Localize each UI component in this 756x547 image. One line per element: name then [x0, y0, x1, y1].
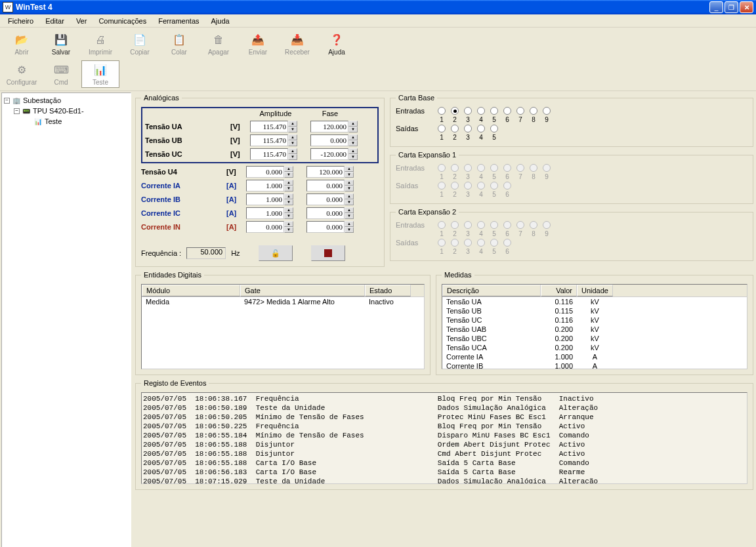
event-line[interactable]: 2005/07/05 18:06:55.188 Carta I/O Base S… — [143, 458, 746, 468]
saida-radio-3[interactable] — [464, 125, 472, 132]
spin-down-icon[interactable]: ▼ — [345, 172, 354, 178]
fase-input-1[interactable] — [310, 134, 348, 146]
maximize-button[interactable]: ❐ — [724, 1, 738, 13]
event-line[interactable]: 2005/07/05 18:06:50.225 Frequência Bloq … — [143, 422, 746, 431]
collapse-icon[interactable]: − — [14, 108, 20, 114]
minimize-button[interactable]: _ — [709, 1, 723, 13]
menu-ferramentas[interactable]: Ferramentas — [153, 16, 204, 26]
tree-test[interactable]: 📊 Teste — [4, 116, 129, 127]
spin-down-icon[interactable]: ▼ — [288, 140, 297, 146]
spin-down-icon[interactable]: ▼ — [284, 199, 293, 205]
entrada-radio-8[interactable] — [530, 107, 537, 115]
tree-device[interactable]: − 📟 TPU S420-Ed1- — [4, 106, 129, 116]
spin-up-icon[interactable]: ▲ — [345, 166, 354, 172]
spin-down-icon[interactable]: ▼ — [348, 154, 358, 160]
tree-root[interactable]: − 🏢 Subestação — [4, 95, 129, 106]
table-row[interactable]: Corrente IA1.000A — [442, 352, 747, 361]
spin-down-icon[interactable]: ▼ — [284, 172, 293, 178]
saida-radio-1[interactable] — [438, 125, 446, 132]
event-line[interactable]: 2005/07/05 18:06:38.167 Frequência Bloq … — [143, 394, 746, 403]
fase-input-0[interactable] — [310, 121, 348, 132]
spin-up-icon[interactable]: ▲ — [345, 207, 354, 213]
entidades-table[interactable]: MóduloGateEstadoMedida9472> Medida 1 Ala… — [141, 284, 425, 369]
spin-up-icon[interactable]: ▲ — [288, 134, 297, 140]
fase-input-4[interactable] — [306, 180, 345, 192]
amp-input-2[interactable] — [250, 148, 288, 160]
amp-input-0[interactable] — [250, 121, 288, 132]
tree-view[interactable]: − 🏢 Subestação − 📟 TPU S420-Ed1- 📊 Teste — [1, 92, 131, 547]
event-line[interactable]: 2005/07/05 18:06:50.189 Teste da Unidade… — [143, 403, 746, 413]
entrada-radio-7[interactable] — [516, 107, 524, 115]
table-row[interactable]: Tensão UB0.115kV — [442, 306, 747, 315]
spin-down-icon[interactable]: ▼ — [345, 186, 354, 192]
spin-down-icon[interactable]: ▼ — [284, 213, 293, 219]
toolbar-teste[interactable]: 📊Teste — [81, 60, 119, 88]
table-row[interactable]: Tensão UC0.116kV — [442, 315, 747, 325]
saida-radio-5[interactable] — [490, 125, 498, 132]
entrada-radio-5[interactable] — [490, 107, 498, 115]
amp-input-6[interactable] — [246, 207, 284, 219]
table-row[interactable]: Tensão UCA0.200kV — [442, 343, 747, 352]
menu-comunicações[interactable]: Comunicações — [93, 16, 152, 26]
amp-input-3[interactable] — [246, 166, 284, 178]
menu-editar[interactable]: Editar — [40, 16, 70, 26]
menu-ajuda[interactable]: Ajuda — [206, 16, 235, 26]
close-button[interactable]: ✕ — [740, 1, 753, 13]
toolbar-cmd[interactable]: ⌨Cmd — [42, 60, 80, 88]
event-log[interactable]: 2005/07/05 18:06:38.167 Frequência Bloq … — [141, 392, 747, 484]
col-módulo[interactable]: Módulo — [142, 285, 240, 296]
toolbar-ajuda[interactable]: ❓Ajuda — [318, 30, 356, 58]
entrada-radio-1[interactable] — [438, 107, 446, 115]
fase-input-7[interactable] — [306, 221, 345, 233]
event-line[interactable]: 2005/07/05 18:07:15.029 Teste da Unidade… — [143, 477, 746, 484]
entrada-radio-6[interactable] — [503, 107, 511, 115]
table-row[interactable]: Tensão UAB0.200kV — [442, 325, 747, 334]
spin-up-icon[interactable]: ▲ — [288, 148, 297, 154]
fase-input-2[interactable] — [310, 148, 348, 160]
spin-up-icon[interactable]: ▲ — [348, 148, 358, 154]
col-gate[interactable]: Gate — [240, 285, 365, 296]
spin-down-icon[interactable]: ▼ — [284, 186, 293, 192]
spin-down-icon[interactable]: ▼ — [348, 127, 358, 132]
entrada-radio-3[interactable] — [464, 107, 472, 115]
spin-down-icon[interactable]: ▼ — [345, 213, 354, 219]
spin-up-icon[interactable]: ▲ — [284, 180, 293, 186]
lock-button[interactable]: 🔓 — [259, 245, 293, 261]
stop-button[interactable] — [311, 245, 345, 261]
toolbar-configurar[interactable]: ⚙Configurar — [3, 60, 41, 88]
amp-input-7[interactable] — [246, 221, 284, 233]
spin-up-icon[interactable]: ▲ — [284, 221, 293, 227]
col-unidade[interactable]: Unidade — [577, 285, 613, 296]
spin-up-icon[interactable]: ▲ — [348, 121, 358, 127]
spin-up-icon[interactable]: ▲ — [284, 207, 293, 213]
menu-ver[interactable]: Ver — [71, 16, 93, 26]
spin-down-icon[interactable]: ▼ — [284, 227, 293, 233]
medidas-table[interactable]: DescriçãoValorUnidadeTensão UA0.116kVTen… — [442, 284, 747, 369]
spin-up-icon[interactable]: ▲ — [348, 134, 358, 140]
collapse-icon[interactable]: − — [4, 98, 10, 104]
col-descrição[interactable]: Descrição — [442, 285, 541, 296]
event-line[interactable]: 2005/07/05 18:06:55.188 Disjuntor Ordem … — [143, 440, 746, 449]
fase-input-6[interactable] — [306, 207, 345, 219]
entrada-radio-9[interactable] — [543, 107, 551, 115]
entrada-radio-4[interactable] — [477, 107, 485, 115]
saida-radio-4[interactable] — [477, 125, 485, 132]
table-row[interactable]: Tensão UBC0.200kV — [442, 334, 747, 343]
amp-input-1[interactable] — [250, 134, 288, 146]
spin-down-icon[interactable]: ▼ — [288, 154, 297, 160]
saida-radio-2[interactable] — [451, 125, 459, 132]
fase-input-3[interactable] — [306, 166, 345, 178]
event-line[interactable]: 2005/07/05 18:06:55.188 Disjuntor Cmd Ab… — [143, 449, 746, 458]
spin-up-icon[interactable]: ▲ — [345, 180, 354, 186]
col-valor[interactable]: Valor — [541, 285, 577, 296]
entrada-radio-2[interactable] — [451, 107, 459, 115]
spin-down-icon[interactable]: ▼ — [288, 127, 297, 132]
fase-input-5[interactable] — [306, 193, 345, 205]
table-row[interactable]: Corrente IB1.000A — [442, 361, 747, 369]
amp-input-4[interactable] — [246, 180, 284, 192]
spin-down-icon[interactable]: ▼ — [348, 140, 358, 146]
spin-up-icon[interactable]: ▲ — [284, 166, 293, 172]
spin-up-icon[interactable]: ▲ — [345, 193, 354, 199]
toolbar-salvar[interactable]: 💾Salvar — [42, 30, 80, 58]
spin-up-icon[interactable]: ▲ — [288, 121, 297, 127]
